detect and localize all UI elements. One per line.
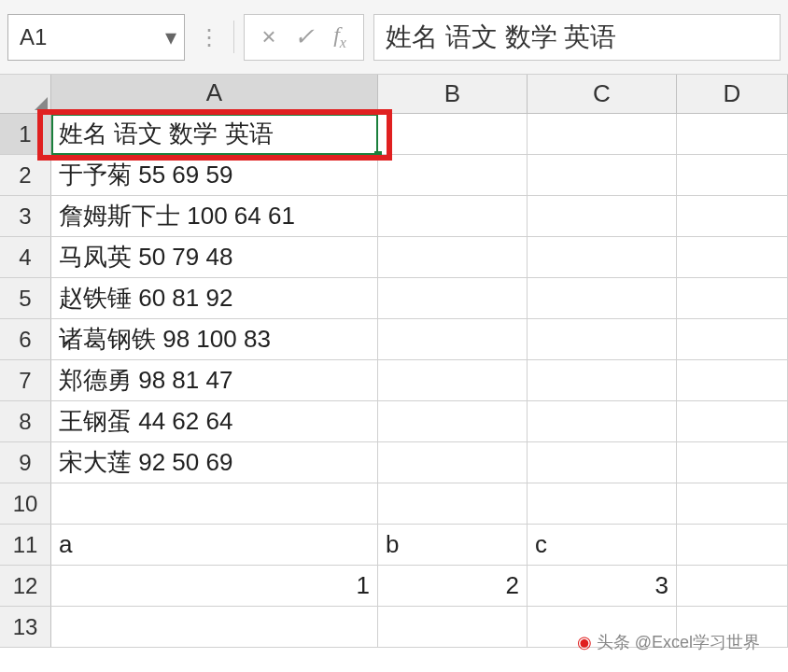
row-header[interactable]: 9: [0, 442, 51, 483]
cell-D1[interactable]: [677, 114, 788, 154]
cell-C3[interactable]: [528, 196, 677, 236]
cell-D7[interactable]: [677, 360, 788, 400]
cell-D4[interactable]: [677, 237, 788, 277]
cell-C5[interactable]: [528, 278, 677, 318]
row-header[interactable]: 3: [0, 196, 51, 236]
cell-B4[interactable]: [378, 237, 528, 277]
cell-B13[interactable]: [378, 607, 528, 647]
table-row: 11abc: [0, 525, 788, 566]
column-header-A[interactable]: A: [51, 75, 378, 113]
name-box-value: A1: [20, 24, 47, 50]
cell-B5[interactable]: [378, 278, 528, 318]
cell-A2[interactable]: 于予菊 55 69 59: [51, 155, 378, 195]
row-header[interactable]: 12: [0, 566, 51, 606]
cell-D11[interactable]: [677, 525, 788, 565]
formula-buttons: × ✓ fx: [244, 14, 364, 61]
table-row: 2于予菊 55 69 59: [0, 155, 788, 196]
cell-A7[interactable]: 郑德勇 98 81 47: [51, 360, 378, 400]
cell-D3[interactable]: [677, 196, 788, 236]
row-header[interactable]: 10: [0, 483, 51, 524]
column-header-B[interactable]: B: [378, 75, 528, 113]
cell-A5[interactable]: 赵铁锤 60 81 92: [51, 278, 378, 318]
row-header[interactable]: 6: [0, 319, 51, 359]
formula-input[interactable]: 姓名 语文 数学 英语: [373, 14, 781, 61]
table-row: 6诸葛钢铁 98 100 83: [0, 319, 788, 360]
cell-C10[interactable]: [528, 483, 677, 524]
cell-A8[interactable]: 王钢蛋 44 62 64: [51, 401, 378, 441]
cell-B7[interactable]: [378, 360, 528, 400]
select-all-corner[interactable]: [0, 75, 51, 113]
cell-C11[interactable]: c: [528, 525, 677, 565]
cell-B12[interactable]: 2: [378, 566, 528, 606]
cell-A11[interactable]: a: [51, 525, 378, 565]
column-header-C[interactable]: C: [528, 75, 677, 113]
cell-D2[interactable]: [677, 155, 788, 195]
row-header[interactable]: 7: [0, 360, 51, 400]
cell-B10[interactable]: [378, 483, 528, 524]
fx-icon[interactable]: fx: [333, 22, 346, 51]
table-row: 10: [0, 483, 788, 525]
cell-B2[interactable]: [378, 155, 528, 195]
cancel-icon[interactable]: ×: [261, 22, 275, 51]
separator: [233, 21, 234, 53]
table-row: 5赵铁锤 60 81 92: [0, 278, 788, 319]
row-header[interactable]: 1: [0, 114, 51, 154]
column-header-row: A B C D: [0, 75, 788, 114]
cell-A9[interactable]: 宋大莲 92 50 69: [51, 442, 378, 483]
cell-D12[interactable]: [677, 566, 788, 606]
name-box[interactable]: A1 ▾: [7, 14, 185, 61]
watermark: 头条 @Excel学习世界: [577, 631, 760, 653]
cell-D6[interactable]: [677, 319, 788, 359]
cell-D9[interactable]: [677, 442, 788, 483]
cell-A4[interactable]: 马凤英 50 79 48: [51, 237, 378, 277]
table-row: 7郑德勇 98 81 47: [0, 360, 788, 401]
cell-A3[interactable]: 詹姆斯下士 100 64 61: [51, 196, 378, 236]
formula-bar: A1 ▾ ⋮ × ✓ fx 姓名 语文 数学 英语: [0, 0, 788, 75]
row-header[interactable]: 4: [0, 237, 51, 277]
spreadsheet-grid: A B C D 1姓名 语文 数学 英语2于予菊 55 69 593詹姆斯下士 …: [0, 75, 788, 648]
table-row: 3詹姆斯下士 100 64 61: [0, 196, 788, 237]
cell-D5[interactable]: [677, 278, 788, 318]
cell-C4[interactable]: [528, 237, 677, 277]
cell-D10[interactable]: [677, 483, 788, 524]
confirm-icon[interactable]: ✓: [294, 22, 315, 51]
row-header[interactable]: 2: [0, 155, 51, 195]
cell-B11[interactable]: b: [378, 525, 528, 565]
table-row: 9宋大莲 92 50 69: [0, 442, 788, 483]
cell-A1[interactable]: 姓名 语文 数学 英语: [51, 114, 378, 154]
fill-handle[interactable]: [374, 151, 382, 159]
table-row: 8王钢蛋 44 62 64: [0, 401, 788, 442]
cell-A10[interactable]: [51, 483, 378, 524]
cell-A6[interactable]: 诸葛钢铁 98 100 83: [51, 319, 378, 359]
row-header[interactable]: 11: [0, 525, 51, 565]
expand-icon[interactable]: ⋮: [194, 24, 224, 50]
row-header[interactable]: 13: [0, 607, 51, 647]
cell-C2[interactable]: [528, 155, 677, 195]
cell-B6[interactable]: [378, 319, 528, 359]
cell-B1[interactable]: [378, 114, 528, 154]
dropdown-icon[interactable]: ▾: [165, 24, 176, 50]
cell-B3[interactable]: [378, 196, 528, 236]
cell-C6[interactable]: [528, 319, 677, 359]
cell-A12[interactable]: 1: [51, 566, 378, 606]
row-header[interactable]: 8: [0, 401, 51, 441]
cell-B8[interactable]: [378, 401, 528, 441]
column-header-D[interactable]: D: [677, 75, 788, 113]
table-row: 4马凤英 50 79 48: [0, 237, 788, 278]
table-row: 1姓名 语文 数学 英语: [0, 114, 788, 155]
cell-D8[interactable]: [677, 401, 788, 441]
cell-C1[interactable]: [528, 114, 677, 154]
cell-C8[interactable]: [528, 401, 677, 441]
cell-A13[interactable]: [51, 607, 378, 647]
formula-content: 姓名 语文 数学 英语: [386, 20, 616, 55]
cell-C7[interactable]: [528, 360, 677, 400]
cell-C9[interactable]: [528, 442, 677, 483]
cell-C12[interactable]: 3: [528, 566, 677, 606]
table-row: 12123: [0, 566, 788, 607]
row-header[interactable]: 5: [0, 278, 51, 318]
cell-B9[interactable]: [378, 442, 528, 483]
